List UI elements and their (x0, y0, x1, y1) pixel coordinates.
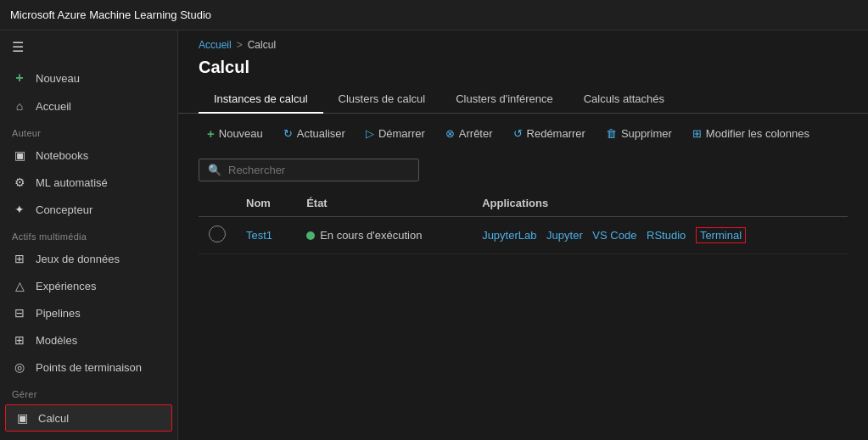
arreter-button[interactable]: ⊗ Arrêter (437, 123, 501, 144)
tab-inference[interactable]: Clusters d'inférence (440, 86, 568, 114)
tab-instances[interactable]: Instances de calcul (199, 86, 323, 114)
col-etat: État (296, 190, 472, 217)
demarrer-label: Démarrer (378, 127, 425, 140)
modifier-colonnes-button[interactable]: ⊞ Modifier les colonnes (684, 123, 818, 144)
tab-clusters[interactable]: Clusters de calcul (323, 86, 441, 114)
sidebar-label-points: Points de terminaison (36, 361, 142, 374)
app-title: Microsoft Azure Machine Learning Studio (10, 8, 211, 21)
search-input-wrap: 🔍 (199, 159, 419, 181)
section-gerer: Gérer (0, 381, 177, 403)
section-actifs: Actifs multimédia (0, 223, 177, 245)
sidebar-item-modeles[interactable]: ⊞ Modèles (0, 326, 177, 354)
col-applications: Applications (472, 190, 848, 217)
sidebar-label-modeles: Modèles (36, 334, 77, 347)
sidebar-label-concepteur: Concepteur (36, 203, 92, 216)
sidebar-label-notebooks: Notebooks (36, 149, 88, 162)
nouveau-icon: + (207, 126, 215, 141)
dataset-icon: ⊞ (12, 252, 27, 265)
toolbar: + Nouveau ↻ Actualiser ▷ Démarrer ⊗ Arrê… (178, 114, 868, 153)
table-header-row: Nom État Applications (199, 190, 848, 217)
status-dot (306, 231, 315, 240)
sidebar-label-jeux: Jeux de données (36, 253, 120, 265)
sidebar-item-ml-automatise[interactable]: ⚙ ML automatisé (0, 169, 177, 196)
redemarrer-icon: ↺ (513, 127, 523, 140)
sidebar-item-concepteur[interactable]: ✦ Concepteur (0, 196, 177, 223)
models-icon: ⊞ (12, 333, 27, 347)
sidebar-label-accueil: Accueil (36, 100, 71, 113)
sidebar-label-calcul: Calcul (38, 412, 69, 425)
endpoints-icon: ◎ (12, 360, 27, 374)
row-applications-cell: JupyterLab Jupyter VS Code RStudio Termi… (472, 217, 848, 254)
tab-attaches[interactable]: Calculs attachés (568, 86, 680, 114)
sidebar-item-jeux-donnees[interactable]: ⊞ Jeux de données (0, 245, 177, 272)
supprimer-button[interactable]: 🗑 Supprimer (597, 123, 680, 144)
app-link-jupyterlab[interactable]: JupyterLab (482, 229, 536, 242)
status-label: En cours d'exécution (320, 229, 422, 242)
top-bar: Microsoft Azure Machine Learning Studio (0, 0, 868, 31)
col-nom: Nom (236, 190, 296, 217)
app-link-rstudio[interactable]: RStudio (647, 229, 686, 242)
breadcrumb: Accueil > Calcul (178, 31, 868, 54)
sidebar-item-pipelines[interactable]: ⊟ Pipelines (0, 299, 177, 326)
supprimer-icon: 🗑 (606, 127, 617, 140)
nouveau-label: Nouveau (219, 127, 263, 140)
breadcrumb-current: Calcul (248, 39, 276, 51)
table-wrap: Nom État Applications Test1 (178, 190, 868, 440)
sidebar-item-accueil[interactable]: ⌂ Accueil (0, 92, 177, 120)
main-layout: ☰ + Nouveau ⌂ Accueil Auteur ▣ Notebooks… (0, 31, 868, 440)
experiences-icon: △ (12, 279, 27, 292)
modifier-colonnes-icon: ⊞ (692, 127, 702, 140)
pipelines-icon: ⊟ (12, 306, 27, 320)
search-bar: 🔍 (178, 153, 868, 190)
actualiser-button[interactable]: ↻ Actualiser (275, 123, 354, 144)
sidebar-label-experiences: Expériences (36, 280, 97, 292)
sidebar-label-pipelines: Pipelines (36, 307, 81, 320)
hamburger-icon[interactable]: ☰ (0, 31, 177, 64)
modifier-colonnes-label: Modifier les colonnes (706, 127, 809, 140)
demarrer-icon: ▷ (366, 127, 374, 140)
sidebar-item-points-terminaison[interactable]: ◎ Points de terminaison (0, 354, 177, 381)
supprimer-label: Supprimer (621, 127, 672, 140)
actualiser-icon: ↻ (283, 127, 293, 140)
row-select-cell (199, 217, 236, 254)
sidebar-item-notebooks[interactable]: ▣ Notebooks (0, 142, 177, 169)
app-link-jupyter[interactable]: Jupyter (546, 229, 583, 242)
content-area: Accueil > Calcul Calcul Instances de cal… (178, 31, 868, 440)
app-link-terminal[interactable]: Terminal (696, 227, 746, 243)
arreter-icon: ⊗ (445, 127, 455, 140)
calcul-icon: ▣ (14, 411, 30, 425)
sidebar-item-calcul[interactable]: ▣ Calcul (5, 404, 172, 432)
nouveau-button[interactable]: + Nouveau (199, 122, 272, 145)
row-etat-cell: En cours d'exécution (296, 217, 472, 254)
row-checkbox[interactable] (209, 226, 226, 242)
search-input[interactable] (228, 164, 410, 176)
redemarrer-button[interactable]: ↺ Redémarrer (505, 123, 594, 144)
sidebar-item-experiences[interactable]: △ Expériences (0, 272, 177, 299)
sidebar-label-nouveau: Nouveau (36, 72, 80, 85)
instance-link[interactable]: Test1 (246, 229, 272, 242)
section-auteur: Auteur (0, 120, 177, 142)
actualiser-label: Actualiser (297, 127, 345, 140)
ml-icon: ⚙ (12, 175, 27, 189)
app-link-vscode[interactable]: VS Code (592, 229, 636, 242)
redemarrer-label: Redémarrer (527, 127, 585, 140)
arreter-label: Arrêter (459, 127, 493, 140)
col-select (199, 190, 236, 217)
sidebar-item-nouveau[interactable]: + Nouveau (0, 64, 177, 92)
demarrer-button[interactable]: ▷ Démarrer (357, 123, 434, 144)
tab-bar: Instances de calcul Clusters de calcul C… (178, 86, 868, 114)
plus-icon: + (12, 70, 27, 86)
compute-table: Nom État Applications Test1 (199, 190, 848, 254)
sidebar-label-ml: ML automatisé (36, 176, 108, 189)
notebooks-icon: ▣ (12, 148, 27, 162)
sidebar: ☰ + Nouveau ⌂ Accueil Auteur ▣ Notebooks… (0, 31, 178, 440)
search-icon: 🔍 (208, 164, 221, 176)
table-row: Test1 En cours d'exécution JupyterLab Ju… (199, 217, 848, 254)
page-title: Calcul (178, 54, 868, 86)
breadcrumb-home[interactable]: Accueil (199, 39, 232, 51)
status-running: En cours d'exécution (306, 229, 462, 242)
concepteur-icon: ✦ (12, 203, 27, 216)
home-icon: ⌂ (12, 99, 27, 113)
row-nom-cell: Test1 (236, 217, 296, 254)
breadcrumb-separator: > (237, 39, 243, 51)
